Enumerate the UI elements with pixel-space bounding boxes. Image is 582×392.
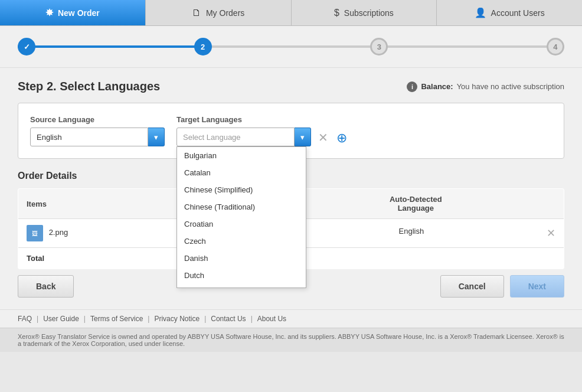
remove-row-btn[interactable]: ✕ <box>547 227 555 240</box>
subscriptions-icon: $ <box>334 8 339 18</box>
target-language-placeholder[interactable]: Select Language <box>176 128 295 146</box>
total-value <box>267 248 564 269</box>
lang-option-czech[interactable]: Czech <box>177 233 306 250</box>
auto-lang-value: English <box>399 227 424 236</box>
progress-track: ✓ 2 3 4 <box>18 38 564 55</box>
tab-my-orders[interactable]: 🗋 My Orders <box>146 0 292 25</box>
progress-bar-container: ✓ 2 3 4 <box>0 26 582 68</box>
tab-account-users[interactable]: 👤 Account Users <box>437 0 582 25</box>
info-icon: i <box>407 81 417 92</box>
lang-option-bulgarian[interactable]: Bulgarian <box>177 147 306 164</box>
back-button[interactable]: Back <box>18 275 74 298</box>
step-1: ✓ <box>18 38 35 55</box>
balance-value: You have no active subscription <box>457 82 564 91</box>
col-auto-detect: Auto-DetectedLanguage <box>267 189 564 219</box>
lang-option-chinese-simplified[interactable]: Chinese (Simplified) <box>177 181 306 198</box>
target-lang-row: Select Language ▾ Bulgarian Catalan Chin… <box>176 128 349 146</box>
footer-copyright: Xerox® Easy Translator Service is owned … <box>0 328 582 352</box>
copyright-text: Xerox® Easy Translator Service is owned … <box>18 333 564 347</box>
language-dropdown-list: Bulgarian Catalan Chinese (Simplified) C… <box>176 146 306 288</box>
cancel-button[interactable]: Cancel <box>440 275 504 298</box>
progress-steps: ✓ 2 3 4 <box>18 38 564 55</box>
filename: 2.png <box>49 228 68 237</box>
file-icon: 🖼 <box>27 225 43 241</box>
top-nav: ✸ New Order 🗋 My Orders $ Subscriptions … <box>0 0 582 26</box>
balance-label: Balance: <box>421 82 453 91</box>
source-language-value[interactable]: English <box>30 128 148 146</box>
language-card: Source Language English ▾ Target Languag… <box>18 103 564 159</box>
source-language-dropdown-btn[interactable]: ▾ <box>148 128 165 146</box>
target-language-label: Target Languages <box>176 115 349 124</box>
next-button[interactable]: Next <box>510 275 564 298</box>
target-language-group: Target Languages Select Language ▾ Bulga… <box>176 115 349 146</box>
my-orders-icon: 🗋 <box>192 8 201 18</box>
auto-lang-cell: English ✕ <box>267 219 564 248</box>
lang-option-croatian[interactable]: Croatian <box>177 215 306 233</box>
footer-faq[interactable]: FAQ <box>18 315 32 323</box>
footer-terms-of-service[interactable]: Terms of Service <box>90 315 143 323</box>
footer-links: FAQ | User Guide | Terms of Service | Pr… <box>0 309 582 328</box>
balance-info: i Balance: You have no active subscripti… <box>407 81 564 92</box>
account-users-icon: 👤 <box>475 7 486 18</box>
lang-option-chinese-traditional[interactable]: Chinese (Traditional) <box>177 198 306 215</box>
lang-option-dutch[interactable]: Dutch <box>177 267 306 284</box>
new-order-icon: ✸ <box>45 7 53 18</box>
lang-option-catalan[interactable]: Catalan <box>177 164 306 181</box>
footer-contact-us[interactable]: Contact Us <box>211 315 246 323</box>
step-header: Step 2. Select Languages i Balance: You … <box>18 80 564 93</box>
tab-account-users-label: Account Users <box>491 8 545 18</box>
target-language-dropdown-btn[interactable]: ▾ <box>295 128 311 146</box>
step-4: 4 <box>547 38 564 55</box>
footer-user-guide[interactable]: User Guide <box>43 315 79 323</box>
step-2: 2 <box>194 38 212 55</box>
tab-my-orders-label: My Orders <box>206 8 244 18</box>
tab-new-order-label: New Order <box>58 8 100 18</box>
tab-subscriptions[interactable]: $ Subscriptions <box>292 0 437 25</box>
footer-privacy-notice[interactable]: Privacy Notice <box>154 315 200 323</box>
btn-group-right: Cancel Next <box>440 275 564 298</box>
tab-new-order[interactable]: ✸ New Order <box>0 0 146 25</box>
source-language-dropdown: English ▾ <box>30 128 165 146</box>
target-language-dropdown: Select Language ▾ Bulgarian Catalan Chin… <box>176 128 311 146</box>
page-title: Step 2. Select Languages <box>18 80 160 93</box>
source-language-label: Source Language <box>30 115 165 124</box>
lang-option-danish[interactable]: Danish <box>177 250 306 267</box>
source-language-group: Source Language English ▾ <box>30 115 165 146</box>
tab-subscriptions-label: Subscriptions <box>344 8 394 18</box>
lang-option-estonian[interactable]: Estonian <box>177 284 306 288</box>
step-3: 3 <box>370 38 388 55</box>
lang-selectors: Source Language English ▾ Target Languag… <box>30 115 552 146</box>
footer-about-us[interactable]: About Us <box>257 315 286 323</box>
add-target-lang-btn[interactable]: ⊕ <box>335 131 349 145</box>
remove-target-lang-btn[interactable]: ✕ <box>316 130 330 145</box>
main-content: Step 2. Select Languages i Balance: You … <box>0 68 582 309</box>
